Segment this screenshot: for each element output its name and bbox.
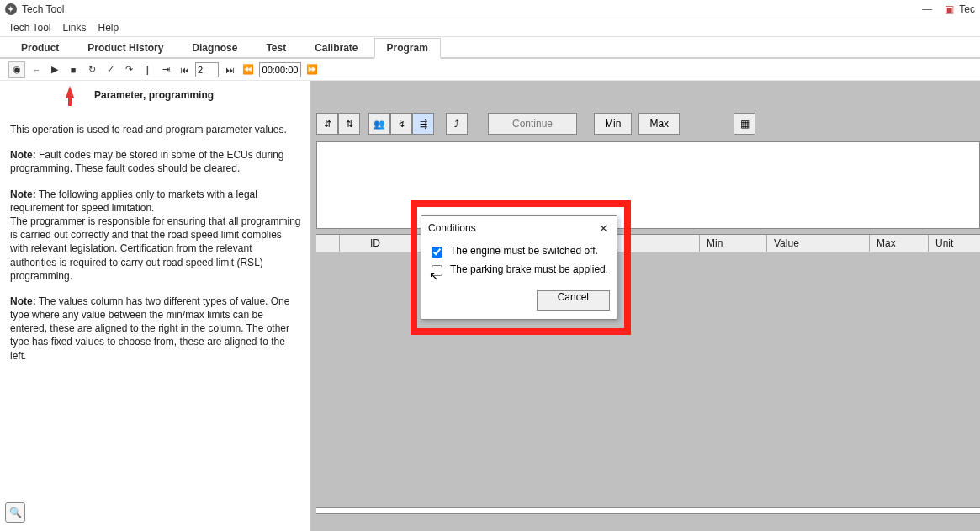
main-tabs: Product Product History Diagnose Test Ca… [0,37,980,59]
dialog-body: The engine must be switched off. The par… [421,240,617,290]
right-label: Tec [959,3,975,15]
last-icon[interactable]: ⏭ [222,61,237,78]
menu-help[interactable]: Help [98,22,119,34]
title-bar: ✦ Tech Tool — ▣ Tec [0,0,980,19]
note1: Note: Fault codes may be stored in some … [10,148,301,175]
group-icon-2[interactable]: ↯ [390,113,412,135]
note2-para: The programmer is responsible for ensuri… [10,215,301,283]
tree-icon-2[interactable]: ⇅ [338,113,360,135]
menu-bar: Tech Tool Links Help [0,19,980,37]
right-toolbar: ⇵ ⇅ 👥 ↯ ⇶ ⤴ Continue Min Max ▦ [316,109,980,138]
right-panel: ⇵ ⇅ 👥 ↯ ⇶ ⤴ Continue Min Max ▦ ID Name M… [311,81,980,531]
zoom-button[interactable]: 🔍 [5,502,25,523]
step-icon[interactable]: ⇥ [158,61,173,78]
refresh-icon[interactable]: ↻ [84,61,99,78]
pause-icon[interactable]: ‖ [140,61,155,78]
stop-icon[interactable]: ■ [66,61,81,78]
max-button[interactable]: Max [638,113,680,135]
menu-techtool[interactable]: Tech Tool [8,22,50,34]
th-blank [316,235,340,252]
note3-text: The values column has two different type… [10,295,289,362]
group-icon-3[interactable]: ⇶ [412,113,434,135]
window-title: Tech Tool [22,3,912,15]
magnifier-icon: 🔍 [9,507,22,518]
conditions-dialog: Conditions ✕ The engine must be switched… [421,215,617,320]
cancel-button[interactable]: Cancel [537,290,610,311]
toolbar: ◉ ← ▶ ■ ↻ ✓ ↷ ‖ ⇥ ⏮ ⏭ ⏪ ⏩ [0,59,980,81]
time-input[interactable] [259,62,301,77]
tab-product[interactable]: Product [8,38,72,57]
condition-1-checkbox[interactable] [432,247,442,258]
back-icon[interactable]: ← [29,61,44,78]
th-id[interactable]: ID [363,235,414,252]
dialog-title: Conditions [428,222,476,234]
tab-diagnose[interactable]: Diagnose [179,38,250,57]
tab-program[interactable]: Program [374,38,441,59]
note2-label: Note: [10,189,36,200]
group-icon-1[interactable]: 👥 [368,113,390,135]
condition-row-1: The engine must be switched off. [428,245,610,260]
table-header: ID Name Min Value Max Unit [316,234,980,252]
tab-calibrate[interactable]: Calibrate [302,38,370,57]
th-min[interactable]: Min [700,235,767,252]
continue-button[interactable]: Continue [488,113,577,135]
detail-box [316,141,980,229]
section-title: Parameter, programming [94,89,301,101]
condition-2-checkbox[interactable] [432,265,442,276]
th-max[interactable]: Max [870,235,929,252]
note2: Note: The following applies only to mark… [10,188,301,215]
app-icon: ✦ [5,3,17,15]
minimize-button[interactable]: — [912,1,942,18]
rewind-icon[interactable]: ⏪ [241,61,256,78]
note3: Note: The values column has two differen… [10,295,301,363]
th-value[interactable]: Value [767,235,870,252]
grid-icon[interactable]: ▦ [734,113,755,135]
condition-1-text: The engine must be switched off. [450,245,598,257]
forward-icon[interactable]: ⏩ [305,61,320,78]
dialog-titlebar: Conditions ✕ [421,216,617,240]
tree-icon-1[interactable]: ⇵ [316,113,338,135]
tab-test[interactable]: Test [253,38,299,57]
first-icon[interactable]: ⏮ [177,61,192,78]
condition-2-text: The parking brake must be applied. [450,263,608,275]
note3-label: Note: [10,295,36,307]
th-unit[interactable]: Unit [929,235,980,252]
play-icon[interactable]: ▶ [47,61,62,78]
step-over-icon[interactable]: ↷ [121,61,136,78]
check-icon[interactable]: ✓ [103,61,118,78]
note1-label: Note: [10,149,36,161]
annotation-arrow [66,86,74,98]
tab-product-history[interactable]: Product History [75,38,176,57]
step-value-input[interactable] [195,62,219,77]
bottom-strip [316,507,980,514]
note1-text: Fault codes may be stored in some of the… [10,149,283,174]
min-button[interactable]: Min [594,113,632,135]
intro-text: This operation is used to read and progr… [10,123,301,136]
note2-text: The following applies only to markets wi… [10,189,257,214]
target-icon[interactable]: ◉ [8,61,25,78]
status-icon: ▣ [942,3,956,16]
dialog-footer: Cancel [421,290,617,319]
menu-links[interactable]: Links [62,22,86,34]
export-icon[interactable]: ⤴ [446,113,468,135]
condition-row-2: The parking brake must be applied. [428,263,610,279]
close-icon[interactable]: ✕ [596,221,610,235]
left-panel: Parameter, programming This operation is… [0,81,311,531]
